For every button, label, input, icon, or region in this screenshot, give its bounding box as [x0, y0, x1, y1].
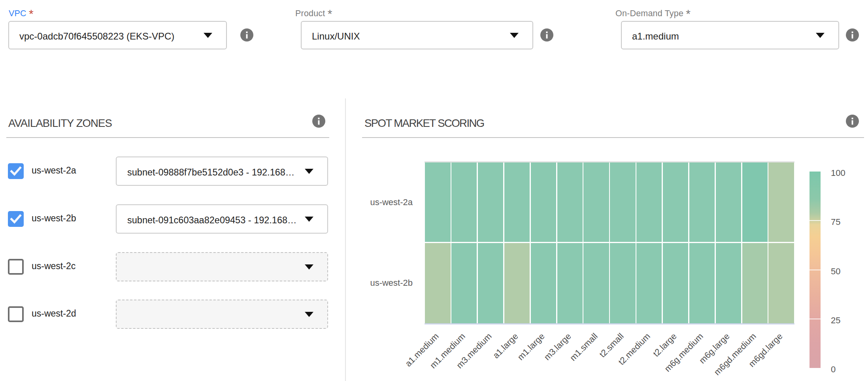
subnet-select[interactable] [116, 252, 328, 281]
zone-name: us-west-2c [32, 258, 75, 274]
dropdown-caret-icon [305, 312, 313, 317]
required-asterisk: * [328, 7, 332, 20]
info-circle-icon [540, 28, 553, 41]
product-info-icon[interactable] [540, 28, 553, 41]
heatmap-row-label: us-west-2a [298, 196, 413, 209]
availability-zones-info-icon[interactable] [312, 115, 325, 128]
colorbar-tick-label: 0 [831, 364, 836, 375]
heatmap-cell[interactable] [610, 243, 635, 323]
colorbar-tick-label: 100 [831, 167, 845, 179]
heatmap-cell[interactable] [742, 162, 768, 242]
checkbox-checked[interactable] [8, 211, 24, 227]
availability-zones-title: AVAILABILITY ZONES [8, 117, 112, 130]
heatmap-cell[interactable] [478, 162, 503, 242]
heatmap-column-label: m1.small [568, 331, 600, 363]
heatmap-cell[interactable] [716, 243, 741, 323]
heatmap-cell[interactable] [768, 243, 794, 323]
zone-name: us-west-2b [32, 210, 76, 226]
subnet-select[interactable]: subnet-091c603aa82e09453 - 192.168… [116, 204, 328, 234]
heatmap-row-label: us-west-2b [298, 277, 413, 289]
ondemand-type-select[interactable]: a1.medium [621, 21, 839, 49]
subnet-select[interactable] [116, 300, 328, 329]
heatmap-cell[interactable] [425, 162, 450, 242]
availability-zones-divider [6, 137, 329, 138]
field-label-text: VPC [9, 9, 26, 18]
heatmap-cell[interactable] [557, 243, 583, 323]
heatmap-column-label: a1.large [491, 331, 521, 361]
subnet-select-value: subnet-09888f7be5152d0e3 - 192.168… [127, 158, 294, 186]
dropdown-caret-icon [816, 33, 825, 38]
check-icon [8, 163, 24, 179]
heatmap-cell[interactable] [451, 162, 477, 242]
heatmap-cell[interactable] [583, 243, 609, 323]
colorbar-tick-label: 25 [831, 315, 840, 326]
heatmap-cell[interactable] [531, 243, 556, 323]
ondemand-type-select-value: a1.medium [632, 23, 679, 50]
subnet-select-value: subnet-091c603aa82e09453 - 192.168… [127, 206, 297, 234]
dropdown-caret-icon [510, 33, 519, 38]
colorbar-tick [810, 319, 821, 319]
heatmap-cell[interactable] [716, 162, 741, 242]
product-select[interactable]: Linux/UNIX [301, 21, 533, 49]
spot-market-info-icon[interactable] [846, 115, 859, 128]
heatmap-bottom-axis-line [425, 323, 794, 325]
heatmap-cell[interactable] [636, 243, 662, 323]
info-circle-icon [846, 28, 859, 41]
ondemand-type-info-icon[interactable] [846, 28, 859, 41]
required-asterisk: * [686, 7, 691, 20]
dropdown-caret-icon [305, 264, 313, 270]
heatmap-column-label: m1.large [515, 331, 547, 362]
check-icon [8, 211, 24, 227]
colorbar-tick-label: 50 [831, 266, 840, 277]
heatmap-column-label: m3.large [542, 331, 573, 362]
colorbar-tick [810, 220, 821, 221]
product-label: Product * [295, 8, 332, 19]
heatmap-cell[interactable] [451, 243, 477, 323]
heatmap-cell[interactable] [636, 162, 662, 242]
dropdown-caret-icon [305, 169, 313, 174]
product-select-value: Linux/UNIX [312, 23, 360, 50]
dropdown-caret-icon [204, 33, 212, 38]
required-asterisk: * [29, 7, 34, 20]
spot-market-divider [362, 137, 864, 138]
heatmap-cell[interactable] [531, 162, 556, 242]
checkbox-unchecked[interactable] [8, 259, 24, 275]
heatmap-cell[interactable] [663, 243, 688, 323]
heatmap-cell[interactable] [557, 162, 583, 242]
colorbar-tick [810, 270, 821, 270]
ondemand-type-label: On-Demand Type * [615, 8, 691, 19]
vpc-select-value: vpc-0adcb70f645508223 (EKS-VPC) [19, 23, 174, 50]
subnet-select[interactable]: subnet-09888f7be5152d0e3 - 192.168… [116, 157, 328, 186]
zone-name: us-west-2d [32, 306, 76, 321]
heatmap-cell[interactable] [689, 243, 715, 323]
field-label-text: Product [295, 9, 325, 18]
heatmap-cell[interactable] [663, 162, 688, 242]
colorbar-tick-label: 75 [831, 216, 840, 228]
vpc-info-icon[interactable] [240, 28, 253, 41]
info-circle-icon [312, 115, 325, 128]
heatmap-cell[interactable] [689, 162, 715, 242]
heatmap-cell[interactable] [768, 162, 794, 242]
heatmap-cell[interactable] [610, 162, 635, 242]
page: VPC * vpc-0adcb70f645508223 (EKS-VPC) Pr… [0, 0, 868, 381]
zone-name: us-west-2a [32, 162, 76, 178]
heatmap-cell[interactable] [504, 243, 530, 323]
heatmap-cell[interactable] [504, 162, 530, 242]
heatmap-cell[interactable] [478, 243, 503, 323]
spot-market-title: SPOT MARKET SCORING [364, 117, 484, 130]
info-circle-icon [846, 115, 859, 128]
field-label-text: On-Demand Type [615, 9, 683, 18]
vertical-divider [345, 98, 346, 381]
vpc-label: VPC * [9, 8, 34, 19]
info-circle-icon [240, 28, 253, 41]
heatmap-cell[interactable] [583, 162, 609, 242]
vpc-select[interactable]: vpc-0adcb70f645508223 (EKS-VPC) [8, 21, 227, 49]
heatmap-cell[interactable] [425, 243, 450, 323]
checkbox-checked[interactable] [8, 163, 24, 179]
heatmap-cell[interactable] [742, 243, 768, 323]
checkbox-unchecked[interactable] [8, 306, 24, 322]
dropdown-caret-icon [305, 217, 313, 222]
